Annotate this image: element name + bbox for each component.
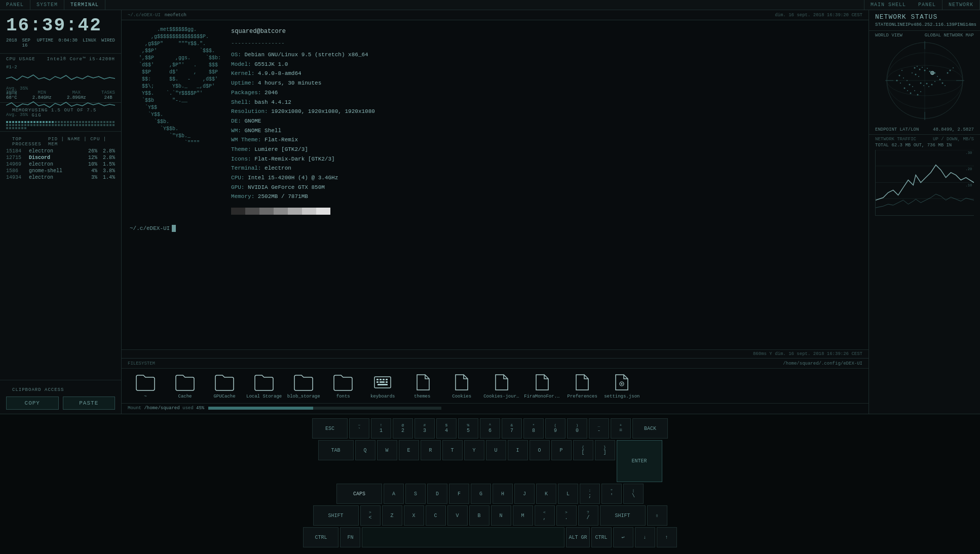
fs-item[interactable]: FiraMonoFor... xyxy=(524,373,560,399)
key-l[interactable]: L xyxy=(558,484,578,504)
key-s[interactable]: S xyxy=(405,484,426,504)
neofetch-info-line: Uptime: 4 hours, 30 minutes xyxy=(231,78,375,88)
fs-item[interactable]: settings.json xyxy=(604,373,639,399)
traffic-graph-svg: .30 .20 .10 xyxy=(876,150,974,215)
info-label: WM: xyxy=(231,128,241,134)
key-d[interactable]: D xyxy=(427,484,447,504)
info-label: Terminal: xyxy=(231,165,261,171)
key-backspace[interactable]: BACK xyxy=(632,418,668,439)
key-v[interactable]: V xyxy=(447,505,468,526)
key-a[interactable]: A xyxy=(384,484,404,504)
key-ctrl-left[interactable]: CTRL xyxy=(303,527,338,547)
key-g[interactable]: G xyxy=(471,484,491,504)
key-m[interactable]: M xyxy=(513,505,533,526)
fs-item-name: Preferences xyxy=(568,394,597,399)
key-backslash[interactable]: |\ xyxy=(623,484,644,504)
key-t[interactable]: T xyxy=(442,440,463,460)
key-c[interactable]: C xyxy=(426,505,446,526)
key-r[interactable]: R xyxy=(421,440,441,460)
key-3[interactable]: #3 xyxy=(414,418,435,439)
key-down-icon[interactable]: ↓ xyxy=(635,527,655,547)
fs-item[interactable]: Local Storage xyxy=(246,373,282,399)
key-slash[interactable]: ?/ xyxy=(578,505,598,526)
key-equals[interactable]: += xyxy=(611,418,631,439)
key-k[interactable]: K xyxy=(536,484,556,504)
fs-item[interactable]: GPUCache xyxy=(207,373,242,399)
key-7[interactable]: &7 xyxy=(502,418,522,439)
key-0[interactable]: )0 xyxy=(567,418,587,439)
key-lt[interactable]: >< xyxy=(360,505,381,526)
key-fn[interactable]: FN xyxy=(340,527,360,547)
proc-mem: 2.8% xyxy=(97,155,115,161)
key-altgr[interactable]: ALT GR xyxy=(566,527,589,547)
key-space[interactable] xyxy=(362,527,564,547)
key-q[interactable]: Q xyxy=(355,440,375,460)
key-quote[interactable]: "' xyxy=(601,484,622,504)
key-z[interactable]: Z xyxy=(382,505,402,526)
topbar-terminal[interactable]: TERMINAL xyxy=(64,0,105,10)
fs-item[interactable]: blob_storage xyxy=(286,373,321,399)
key-h[interactable]: H xyxy=(493,484,513,504)
key-5[interactable]: %5 xyxy=(458,418,478,439)
fs-item[interactable]: Preferences xyxy=(564,373,600,399)
key-enter[interactable]: ENTER xyxy=(617,440,662,482)
key-f[interactable]: F xyxy=(449,484,469,504)
key-j[interactable]: J xyxy=(514,484,535,504)
key-shift-left[interactable]: SHIFT xyxy=(313,505,359,526)
key-b[interactable]: B xyxy=(469,505,489,526)
fs-item[interactable]: Cache xyxy=(167,373,203,399)
key-o[interactable]: O xyxy=(530,440,550,460)
key-9[interactable]: (9 xyxy=(545,418,566,439)
key-p[interactable]: P xyxy=(551,440,572,460)
mount-progress-fill xyxy=(208,407,313,410)
key-semicolon[interactable]: :; xyxy=(580,484,600,504)
key-return-icon[interactable]: ↩ xyxy=(613,527,633,547)
fs-item[interactable]: themes xyxy=(404,373,440,399)
key-comma[interactable]: <, xyxy=(535,505,555,526)
svg-text:.30: .30 xyxy=(966,151,972,155)
fs-item[interactable]: Cookies xyxy=(444,373,479,399)
neofetch-info-line: Kernel: 4.9.0-8-amd64 xyxy=(231,69,375,78)
clipboard-label: CLIPBOARD ACCESS xyxy=(6,384,115,393)
key-2[interactable]: @2 xyxy=(393,418,413,439)
key-y[interactable]: Y xyxy=(464,440,484,460)
key-6[interactable]: ^6 xyxy=(480,418,500,439)
proc-name: gnome-shell xyxy=(29,168,80,174)
svg-text:.10: .10 xyxy=(966,183,972,187)
fs-item[interactable]: keyboards xyxy=(365,373,400,399)
key-minus[interactable]: _- xyxy=(589,418,609,439)
key-tab[interactable]: TAB xyxy=(318,440,354,460)
fs-item[interactable]: Cookies-jour... xyxy=(483,373,520,399)
key-1[interactable]: !1 xyxy=(371,418,391,439)
fs-item[interactable]: ~ xyxy=(128,373,163,399)
processes-section: TOP PROCESSES PID | NAME | CPU | MEM 151… xyxy=(0,132,121,380)
key-caps[interactable]: CAPS xyxy=(336,484,382,504)
key-w[interactable]: W xyxy=(377,440,397,460)
fs-items: ~ Cache GPUCache Local Storage blob_stor… xyxy=(122,369,869,403)
key-period[interactable]: >. xyxy=(556,505,577,526)
key-4[interactable]: $4 xyxy=(436,418,457,439)
key-tilde[interactable]: ~` xyxy=(349,418,369,439)
key-shift-icon[interactable]: ⇧ xyxy=(647,505,667,526)
key-ctrl-right[interactable]: CTRL xyxy=(591,527,612,547)
key-x[interactable]: X xyxy=(404,505,424,526)
svg-point-42 xyxy=(907,90,908,91)
key-bracket-left[interactable]: {[ xyxy=(573,440,593,460)
key-e[interactable]: E xyxy=(399,440,419,460)
key-u[interactable]: U xyxy=(486,440,506,460)
fs-item-name: Local Storage xyxy=(246,394,282,399)
paste-button[interactable]: PASTE xyxy=(63,397,116,410)
key-esc[interactable]: ESC xyxy=(312,418,348,439)
key-i[interactable]: I xyxy=(508,440,528,460)
keyboard-row-1: ESC ~` !1 @2 #3 $4 %5 ^6 &7 *8 (9 )0 _- … xyxy=(8,418,972,439)
key-8[interactable]: *8 xyxy=(523,418,544,439)
fs-item[interactable]: fonts xyxy=(325,373,361,399)
info-value: 4 hours, 30 minutes xyxy=(254,80,321,86)
file-icon xyxy=(572,373,592,392)
key-n[interactable]: N xyxy=(491,505,511,526)
key-shift-right[interactable]: SHIFT xyxy=(600,505,646,526)
key-bracket-right[interactable]: }] xyxy=(595,440,615,460)
key-up-icon[interactable]: ↑ xyxy=(657,527,677,547)
terminal-body[interactable]: .met$$$$$$gg. ,g$$$$$$$$$$$$$$$P. ,g$$P"… xyxy=(122,20,869,349)
copy-button[interactable]: COPY xyxy=(6,397,59,410)
